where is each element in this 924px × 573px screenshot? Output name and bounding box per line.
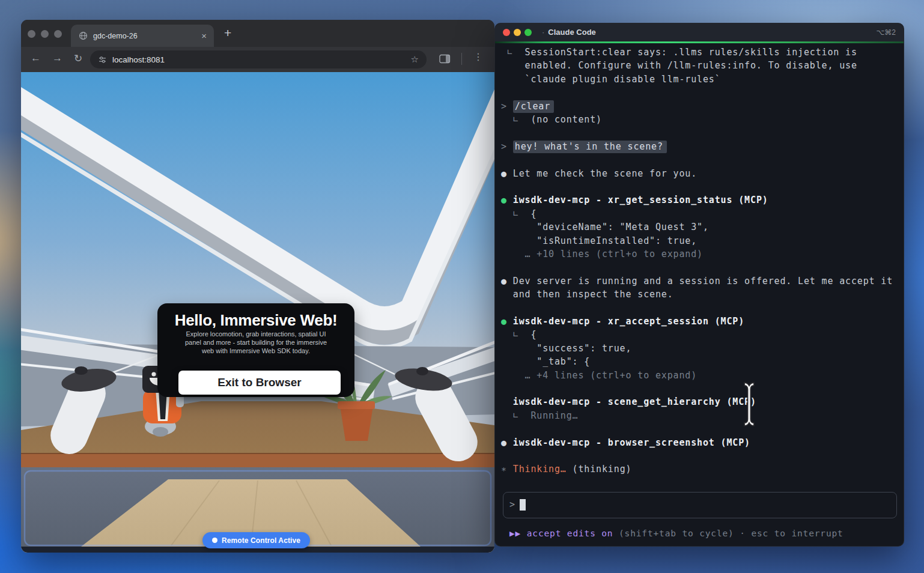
terminal-text-segment: > — [501, 101, 513, 112]
browser-menu-icon[interactable]: ⋮ — [473, 51, 483, 62]
back-icon[interactable]: ← — [31, 52, 41, 64]
terminal-line: ● iwsdk-dev-mcp - browser_screenshot (MC… — [501, 436, 898, 449]
terminal-window: ·Claude Code ⌥⌘2 ∟ SessionStart:clear sa… — [494, 23, 904, 547]
terminal-text-segment: iwsdk-dev-mcp - xr_accept_session (MCP) — [513, 316, 744, 327]
terminal-text-segment: … +4 lines (ctrl+o to expand) — [525, 370, 698, 381]
terminal-line: and then inspect the scene. — [501, 288, 898, 301]
terminal-text-segment — [501, 370, 525, 381]
terminal-text-segment: ● — [501, 316, 513, 327]
terminal-line: ∟ { — [501, 207, 898, 220]
url-text: localhost:8081 — [112, 55, 411, 64]
terminal-line — [501, 449, 898, 462]
table-front-edge — [21, 454, 494, 468]
address-bar[interactable]: localhost:8081 ☆ — [90, 50, 427, 68]
terminal-title-text: Claude Code — [548, 28, 595, 37]
terminal-line: iwsdk-dev-mcp - scene_get_hierarchy (MCP… — [501, 395, 898, 408]
terminal-line: "_tab": { — [501, 355, 898, 368]
terminal-minimize-button[interactable] — [514, 29, 521, 36]
terminal-line: ∟ Running… — [501, 409, 898, 422]
terminal-text-segment: "isRuntimeInstalled": true, — [501, 235, 697, 246]
terminal-line: ∟ (no content) — [501, 113, 898, 126]
terminal-text-segment: Running… — [530, 410, 578, 421]
terminal-line: `claude plugin disable llm-rules` — [501, 73, 898, 86]
terminal-text-segment: ● — [501, 437, 513, 448]
terminal-text-segment: "success": true, — [501, 343, 631, 354]
panel-subtitle-line: web with Immersive Web SDK today. — [157, 347, 354, 355]
terminal-line: … +4 lines (ctrl+o to expand) — [501, 369, 898, 382]
terminal-close-button[interactable] — [503, 29, 510, 36]
terminal-zoom-button[interactable] — [524, 29, 532, 36]
terminal-text-segment: SessionStart:clear says: .llms rules/ski… — [525, 47, 857, 58]
terminal-text-segment: ● — [501, 195, 513, 205]
browser-zoom-button[interactable] — [54, 30, 62, 38]
terminal-text-segment: iwsdk-dev-mcp - scene_get_hierarchy (MCP… — [513, 396, 756, 407]
panel-subtitle-line: Explore locomotion, grab interactions, s… — [157, 330, 354, 338]
terminal-text-segment: "deviceName": "Meta Quest 3", — [501, 222, 709, 232]
terminal-text-segment: ∟ — [501, 47, 525, 58]
terminal-line — [501, 382, 898, 395]
mouse-cursor-ibeam-icon — [741, 381, 757, 428]
side-panel-icon[interactable] — [439, 54, 451, 64]
terminal-line: ∟ { — [501, 328, 898, 341]
terminal-status-line: ▶▶ accept edits on (shift+tab to cycle) … — [509, 527, 843, 540]
terminal-text-segment: ∟ — [501, 410, 530, 421]
remote-control-label: Remote Control Active — [222, 536, 300, 545]
terminal-line: … +10 lines (ctrl+o to expand) — [501, 247, 898, 261]
browser-tab-strip: gdc-demo-26 × + — [21, 20, 494, 47]
terminal-line — [501, 180, 898, 193]
terminal-line: ● Let me check the scene for you. — [501, 167, 898, 180]
title-dot-icon: · — [542, 28, 544, 37]
toolbar-divider — [461, 53, 462, 65]
browser-tab[interactable]: gdc-demo-26 × — [71, 25, 214, 47]
terminal-input-box[interactable]: > — [503, 492, 897, 518]
terminal-text-segment: accept edits on — [527, 529, 613, 538]
terminal-text-segment: (shift+tab to cycle) — [613, 529, 734, 538]
new-tab-button[interactable]: + — [224, 26, 231, 40]
terminal-text-segment: { — [530, 208, 536, 219]
terminal-line — [501, 302, 898, 315]
terminal-text-segment: iwsdk-dev-mcp - xr_get_session_status (M… — [513, 195, 768, 205]
remote-control-badge: Remote Control Active — [202, 532, 310, 548]
status-dot-icon — [212, 538, 217, 543]
terminal-text-segment — [501, 249, 525, 259]
terminal-line — [501, 153, 898, 166]
reload-icon[interactable]: ↻ — [74, 52, 82, 65]
terminal-text-segment: ● — [501, 168, 513, 179]
terminal-window-shortcut: ⌥⌘2 — [876, 28, 896, 37]
hello-panel: Hello, Immersive Web! Explore locomotion… — [157, 303, 354, 397]
browser-minimize-button[interactable] — [41, 30, 49, 38]
terminal-line: ● iwsdk-dev-mcp - xr_get_session_status … — [501, 193, 898, 207]
terminal-text-segment: /clear — [513, 100, 554, 113]
terminal-line: "success": true, — [501, 342, 898, 355]
terminal-text-segment: and then inspect the scene. — [501, 289, 673, 300]
terminal-line: "deviceName": "Meta Quest 3", — [501, 220, 898, 234]
terminal-text-segment: Thinking… — [513, 464, 567, 474]
terminal-line: ● Dev server is running and a session is… — [501, 274, 898, 288]
bookmark-star-icon[interactable]: ☆ — [411, 54, 419, 65]
terminal-text-segment: ▶▶ — [509, 529, 527, 538]
terminal-text-segment: · — [734, 529, 752, 538]
terminal-text-segment: ∟ — [501, 208, 530, 219]
terminal-text-segment: Let me check the scene for you. — [513, 168, 697, 179]
terminal-text-segment: enabled. Configure with /llm-rules:info.… — [501, 60, 857, 71]
terminal-text-segment: `claude plugin disable llm-rules` — [501, 74, 721, 85]
terminal-line: ∗ Thinking… (thinking) — [501, 462, 898, 476]
terminal-line: ▶▶ accept edits on (shift+tab to cycle) … — [509, 527, 843, 540]
forward-icon[interactable]: → — [52, 52, 62, 64]
terminal-text-segment: ∟ — [501, 329, 530, 340]
terminal-title: ·Claude Code — [542, 28, 596, 37]
terminal-line — [501, 422, 898, 435]
terminal-line: enabled. Configure with /llm-rules:info.… — [501, 59, 898, 72]
panel-title: Hello, Immersive Web! — [157, 311, 354, 330]
browser-close-button[interactable] — [28, 30, 35, 38]
exit-to-browser-button[interactable]: Exit to Browser — [178, 371, 341, 395]
terminal-output[interactable]: ∟ SessionStart:clear says: .llms rules/s… — [495, 43, 904, 495]
tab-close-button[interactable]: × — [200, 31, 208, 40]
terminal-text-segment: … +10 lines (ctrl+o to expand) — [525, 249, 703, 259]
site-settings-icon[interactable] — [99, 56, 106, 64]
text-cursor-block — [520, 499, 526, 511]
desktop: gdc-demo-26 × + ← → ↻ localhost:8081 ☆ — [0, 0, 924, 573]
terminal-text-segment: (no content) — [530, 114, 602, 125]
terminal-text-segment: esc to interrupt — [751, 529, 843, 538]
terminal-text-segment: "_tab": { — [501, 356, 590, 367]
